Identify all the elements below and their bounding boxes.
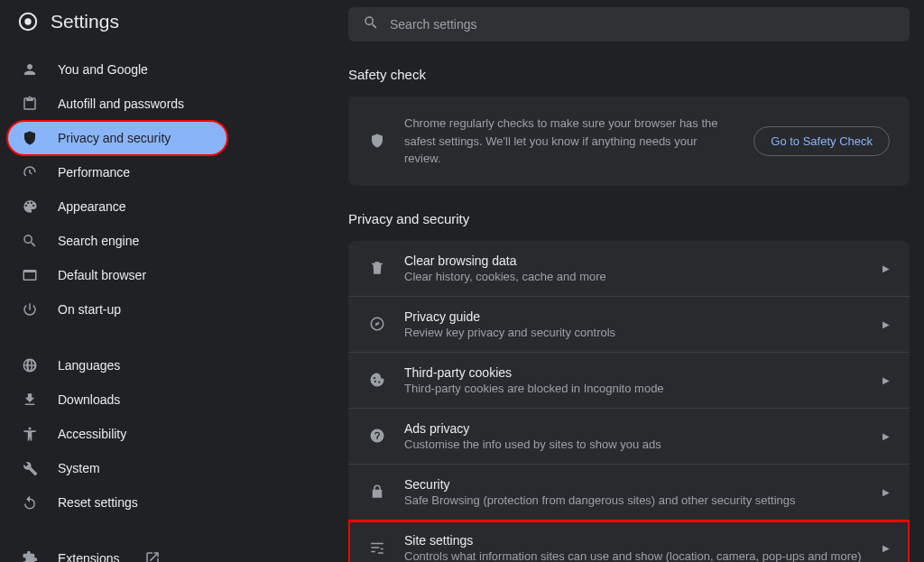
sidebar-item-label: You and Google (58, 62, 148, 77)
trash-icon (368, 260, 386, 276)
list-item-security[interactable]: Security Safe Browsing (protection from … (348, 465, 910, 521)
privacy-list: Clear browsing data Clear history, cooki… (348, 241, 910, 563)
speedometer-icon (22, 164, 38, 180)
nav-primary: You and Google Autofill and passwords Pr… (0, 49, 235, 330)
list-item-subtitle: Safe Browsing (protection from dangerous… (404, 493, 864, 507)
external-link-icon (144, 550, 161, 562)
sidebar-item-label: On start-up (58, 302, 121, 317)
main-content: Safety check Chrome regularly checks to … (235, 0, 924, 562)
search-bar[interactable] (348, 7, 910, 41)
palette-icon (22, 198, 38, 215)
sidebar-item-label: Accessibility (58, 427, 126, 441)
list-item-title: Clear browsing data (404, 253, 864, 268)
cookie-icon (368, 372, 386, 388)
sidebar-item-privacy-security[interactable]: Privacy and security (7, 121, 227, 155)
chevron-right-icon: ▶ (882, 375, 890, 385)
list-item-privacy-guide[interactable]: Privacy guide Review key privacy and sec… (348, 297, 910, 353)
list-item-site-settings[interactable]: Site settings Controls what information … (348, 521, 910, 563)
download-icon (22, 392, 38, 408)
compass-icon (368, 316, 386, 332)
svg-point-1 (24, 18, 31, 24)
clipboard-icon (22, 96, 38, 112)
sidebar: Settings You and Google Autofill and pas… (0, 0, 235, 562)
search-icon (22, 233, 38, 249)
ads-icon (368, 428, 386, 444)
section-title-safety: Safety check (348, 67, 910, 82)
sidebar-item-label: Reset settings (58, 495, 138, 510)
sidebar-item-default-browser[interactable]: Default browser (7, 258, 227, 292)
shield-icon (368, 133, 386, 149)
chevron-right-icon: ▶ (882, 263, 890, 273)
sidebar-item-label: Performance (58, 165, 130, 180)
sidebar-item-extensions[interactable]: Extensions (7, 541, 227, 562)
list-item-title: Ads privacy (404, 421, 864, 436)
nav-secondary: Languages Downloads Accessibility System… (0, 345, 235, 523)
lock-icon (368, 484, 386, 500)
list-item-title: Privacy guide (404, 309, 864, 324)
list-item-third-party-cookies[interactable]: Third-party cookies Third-party cookies … (348, 353, 910, 409)
chrome-logo-icon (18, 12, 38, 32)
list-item-clear-browsing-data[interactable]: Clear browsing data Clear history, cooki… (348, 241, 910, 297)
safety-check-description: Chrome regularly checks to make sure you… (404, 115, 735, 168)
sidebar-item-search-engine[interactable]: Search engine (7, 224, 227, 258)
sidebar-item-label: Extensions (58, 551, 119, 562)
sidebar-item-label: Search engine (58, 234, 139, 248)
sidebar-item-accessibility[interactable]: Accessibility (7, 417, 227, 451)
sidebar-item-downloads[interactable]: Downloads (7, 382, 227, 417)
sidebar-item-label: Autofill and passwords (58, 97, 184, 111)
list-item-subtitle: Controls what information sites can use … (404, 549, 864, 563)
wrench-icon (22, 460, 38, 476)
list-item-title: Third-party cookies (404, 365, 864, 380)
sidebar-item-on-startup[interactable]: On start-up (7, 292, 227, 327)
list-item-subtitle: Third-party cookies are blocked in Incog… (404, 382, 864, 395)
go-to-safety-check-button[interactable]: Go to Safety Check (753, 126, 890, 156)
shield-icon (22, 130, 38, 146)
tune-icon (368, 539, 386, 556)
list-item-subtitle: Review key privacy and security controls (404, 326, 864, 339)
sidebar-item-languages[interactable]: Languages (7, 348, 227, 382)
page-title: Settings (51, 11, 119, 32)
accessibility-icon (22, 426, 38, 442)
search-icon (363, 14, 379, 34)
sidebar-item-autofill[interactable]: Autofill and passwords (7, 87, 227, 121)
sidebar-item-reset-settings[interactable]: Reset settings (7, 485, 227, 520)
list-item-ads-privacy[interactable]: Ads privacy Customise the info used by s… (348, 409, 910, 465)
sidebar-item-label: Downloads (58, 392, 120, 407)
section-title-privacy: Privacy and security (348, 211, 910, 226)
sidebar-item-label: Appearance (58, 199, 126, 214)
sidebar-item-label: Privacy and security (58, 131, 171, 145)
list-item-subtitle: Customise the info used by sites to show… (404, 438, 864, 451)
chevron-right-icon: ▶ (882, 543, 890, 553)
list-item-subtitle: Clear history, cookies, cache and more (404, 270, 864, 283)
sidebar-item-label: Languages (58, 358, 120, 373)
sidebar-item-label: System (58, 461, 100, 475)
chevron-right-icon: ▶ (882, 319, 890, 329)
sidebar-header: Settings (0, 0, 235, 49)
sidebar-item-label: Default browser (58, 268, 146, 282)
sidebar-item-performance[interactable]: Performance (7, 155, 227, 189)
power-icon (22, 301, 38, 318)
sidebar-item-you-and-google[interactable]: You and Google (7, 52, 227, 87)
browser-icon (22, 267, 38, 283)
extension-icon (22, 550, 38, 562)
chevron-right-icon: ▶ (882, 431, 890, 441)
safety-check-card: Chrome regularly checks to make sure you… (348, 97, 910, 186)
reset-icon (22, 494, 38, 511)
person-icon (22, 61, 38, 78)
list-item-title: Site settings (404, 533, 864, 548)
list-item-title: Security (404, 477, 864, 492)
nav-tertiary: Extensions About Chrome (0, 538, 235, 562)
globe-icon (22, 357, 38, 373)
chevron-right-icon: ▶ (882, 487, 890, 497)
sidebar-item-system[interactable]: System (7, 451, 227, 485)
search-input[interactable] (390, 17, 895, 32)
sidebar-item-appearance[interactable]: Appearance (7, 189, 227, 224)
